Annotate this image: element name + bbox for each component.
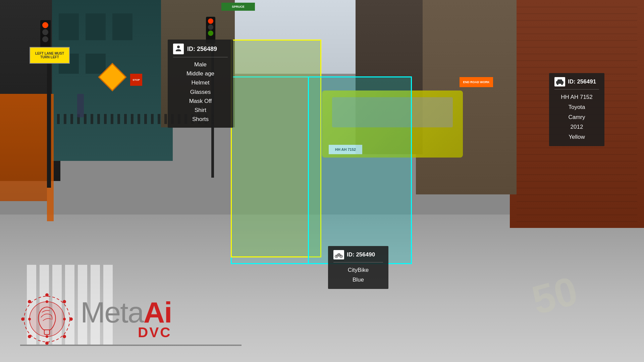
stop-sign: STOP bbox=[130, 74, 142, 86]
logo-brand-line: MetaAi bbox=[80, 298, 172, 327]
svg-rect-1 bbox=[556, 81, 564, 84]
bike-panel-header: ID: 256490 bbox=[333, 250, 383, 262]
bike-info-panel: ID: 256490 CityBike Blue bbox=[328, 246, 388, 289]
car-model: Camry bbox=[554, 112, 599, 122]
car-plate: HH AH 7152 bbox=[554, 92, 599, 102]
svg-point-22 bbox=[63, 318, 66, 320]
svg-point-7 bbox=[341, 256, 342, 257]
bike-id: ID: 256490 bbox=[347, 251, 375, 258]
svg-point-0 bbox=[177, 46, 180, 48]
attr-helmet: Helmet bbox=[173, 78, 228, 87]
street-sign-spruce: SPRUCE bbox=[221, 3, 255, 11]
car-attrs: HH AH 7152 Toyota Camry 2012 Yellow bbox=[554, 92, 599, 142]
main-scene: 50 HH AH 7152 LEFT LANE MUST TURN LEFT S… bbox=[0, 0, 644, 362]
bike-color: Blue bbox=[333, 275, 383, 285]
svg-point-13 bbox=[63, 300, 66, 303]
attr-shirt: Shirt bbox=[173, 106, 228, 115]
logo-dvc-text: DVC bbox=[80, 324, 172, 341]
logo-area: MetaAi DVC bbox=[20, 292, 172, 346]
road-work-sign: END ROAD WORK bbox=[460, 77, 493, 87]
logo-icon-circle bbox=[20, 292, 74, 346]
attr-age: Middle age bbox=[173, 69, 228, 78]
svg-point-6 bbox=[336, 256, 337, 257]
sign-turn-left: LEFT LANE MUST TURN LEFT bbox=[30, 47, 70, 64]
person-panel-header: ID: 256489 bbox=[173, 44, 228, 57]
logo-underline bbox=[20, 345, 241, 346]
svg-point-19 bbox=[46, 300, 48, 303]
attr-glasses: Glasses bbox=[173, 87, 228, 97]
car-year: 2012 bbox=[554, 122, 599, 132]
attr-mask: Mask Off bbox=[173, 97, 228, 106]
logo-text-group: MetaAi DVC bbox=[80, 298, 172, 341]
person-attrs: Male Middle age Helmet Glasses Mask Off … bbox=[173, 60, 228, 124]
car-icon bbox=[554, 77, 565, 86]
attr-shorts: Shorts bbox=[173, 115, 228, 124]
car-info-panel: ID: 256491 HH AH 7152 Toyota Camry 2012 … bbox=[549, 73, 604, 146]
bicycle-icon bbox=[333, 250, 344, 259]
bike-attrs: CityBike Blue bbox=[333, 265, 383, 285]
logo-ai-text: Ai bbox=[144, 296, 172, 329]
svg-point-3 bbox=[561, 83, 563, 85]
svg-point-20 bbox=[46, 335, 48, 338]
pedestrian-bg bbox=[77, 94, 84, 117]
bike-detection-box bbox=[308, 76, 412, 264]
traffic-light-left bbox=[40, 20, 50, 50]
svg-point-21 bbox=[28, 318, 31, 320]
logo-meta-text: Meta bbox=[80, 296, 144, 329]
car-make: Toyota bbox=[554, 102, 599, 112]
car-id: ID: 256491 bbox=[568, 78, 596, 85]
car-panel-header: ID: 256491 bbox=[554, 77, 599, 89]
svg-point-2 bbox=[557, 83, 558, 85]
person-info-panel: ID: 256489 Male Middle age Helmet Glasse… bbox=[168, 40, 233, 128]
person-id: ID: 256489 bbox=[187, 46, 217, 53]
person-icon bbox=[173, 44, 184, 54]
attr-male: Male bbox=[173, 60, 228, 69]
svg-point-15 bbox=[63, 335, 66, 338]
construction-equipment bbox=[0, 94, 50, 201]
car-color: Yellow bbox=[554, 132, 599, 142]
bike-type: CityBike bbox=[333, 265, 383, 275]
